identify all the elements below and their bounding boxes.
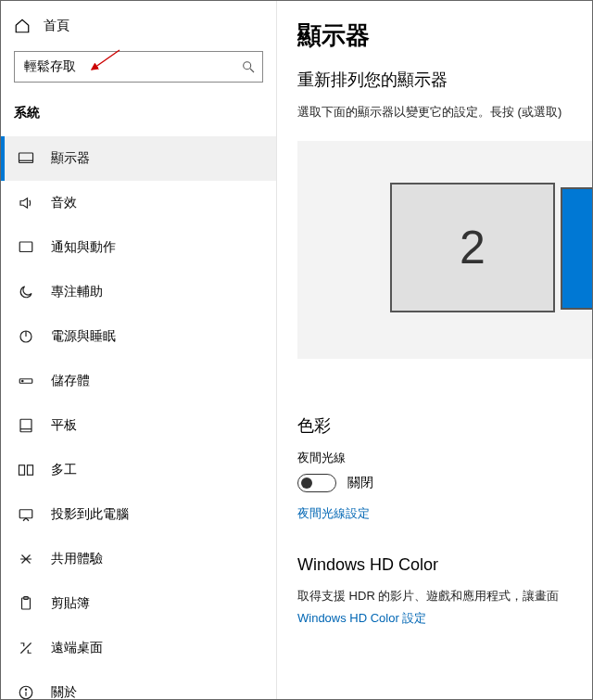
sidebar-item-shared[interactable]: 共用體驗 (1, 537, 276, 581)
storage-icon (18, 373, 34, 389)
hdcolor-settings-link[interactable]: Windows HD Color 設定 (297, 610, 592, 627)
monitor-2-label: 2 (460, 221, 486, 274)
night-light-toggle[interactable] (297, 474, 336, 492)
sidebar-item-storage[interactable]: 儲存體 (1, 359, 276, 403)
search-wrap (14, 51, 263, 83)
sidebar-section-label: 系統 (1, 92, 276, 136)
svg-line-1 (250, 69, 254, 72)
sidebar-item-label: 多工 (51, 462, 77, 478)
sidebar-nav: 顯示器 音效 通知與動作 專注輔助 電源與睡眠 儲存體 平板 多工 (1, 136, 276, 700)
sidebar-item-label: 遠端桌面 (51, 640, 103, 656)
sidebar-item-label: 平板 (51, 417, 77, 434)
monitor-2[interactable]: 2 (390, 183, 555, 312)
svg-point-20 (25, 689, 26, 690)
display-arrange-area[interactable]: 2 (297, 141, 592, 359)
color-heading: 色彩 (297, 414, 592, 437)
sidebar-item-label: 關於 (51, 684, 77, 700)
project-icon (18, 506, 34, 523)
sidebar-item-sound[interactable]: 音效 (1, 181, 276, 225)
main-content: 顯示器 重新排列您的顯示器 選取下面的顯示器以變更它的設定。長按 (或選取) 2… (277, 1, 592, 699)
sidebar-item-label: 共用體驗 (51, 551, 103, 567)
rearrange-heading: 重新排列您的顯示器 (297, 69, 592, 91)
sidebar-item-remote-desktop[interactable]: 遠端桌面 (1, 626, 276, 670)
sidebar-item-tablet[interactable]: 平板 (1, 403, 276, 448)
svg-rect-15 (19, 510, 32, 518)
sidebar-item-clipboard[interactable]: 剪貼簿 (1, 581, 276, 626)
sidebar-item-notifications[interactable]: 通知與動作 (1, 225, 276, 270)
multitasking-icon (18, 462, 34, 478)
svg-point-0 (244, 62, 251, 70)
svg-point-10 (22, 380, 24, 382)
hdcolor-text: 取得支援 HDR 的影片、遊戲和應用程式，讓畫面 (297, 588, 592, 605)
notification-icon (18, 239, 34, 256)
sidebar-item-power-sleep[interactable]: 電源與睡眠 (1, 314, 276, 359)
search-icon (241, 59, 256, 74)
sidebar-item-about[interactable]: 關於 (1, 670, 276, 700)
share-icon (18, 551, 34, 567)
speaker-icon (18, 195, 34, 211)
info-icon (18, 684, 34, 700)
power-icon (18, 328, 34, 345)
sidebar-item-label: 電源與睡眠 (51, 328, 116, 345)
sidebar-item-label: 剪貼簿 (51, 595, 90, 612)
rearrange-text: 選取下面的顯示器以變更它的設定。長按 (或選取) (297, 104, 592, 121)
moon-icon (18, 284, 34, 300)
sidebar-item-label: 儲存體 (51, 373, 90, 389)
remote-icon (18, 640, 34, 656)
sidebar-item-project[interactable]: 投影到此電腦 (1, 492, 276, 537)
night-light-toggle-row: 關閉 (297, 474, 592, 492)
sidebar-item-display[interactable]: 顯示器 (1, 136, 276, 181)
search-input[interactable] (14, 51, 263, 83)
sidebar-item-label: 通知與動作 (51, 239, 116, 256)
page-title: 顯示器 (297, 19, 592, 52)
sidebar-item-label: 投影到此電腦 (51, 506, 129, 523)
sidebar-item-label: 專注輔助 (51, 284, 103, 300)
svg-rect-11 (20, 419, 32, 432)
night-light-settings-link[interactable]: 夜間光線設定 (297, 505, 592, 522)
home-icon (14, 18, 31, 34)
home-row[interactable]: 首頁 (1, 1, 276, 45)
night-light-label: 夜間光線 (297, 450, 592, 466)
settings-sidebar: 首頁 系統 顯示器 音效 通知與動作 專注輔助 電源與睡眠 (1, 1, 277, 699)
hdcolor-heading: Windows HD Color (297, 555, 592, 575)
svg-rect-3 (19, 153, 33, 163)
night-light-status: 關閉 (347, 475, 373, 491)
display-icon (18, 150, 34, 167)
monitor-1[interactable] (561, 187, 592, 310)
sidebar-item-label: 音效 (51, 195, 77, 211)
tablet-icon (18, 417, 34, 434)
home-label: 首頁 (44, 18, 69, 34)
svg-rect-13 (19, 465, 25, 476)
sidebar-item-focus-assist[interactable]: 專注輔助 (1, 270, 276, 314)
svg-rect-14 (28, 465, 33, 476)
sidebar-item-label: 顯示器 (51, 150, 90, 167)
sidebar-item-multitasking[interactable]: 多工 (1, 448, 276, 492)
clipboard-icon (18, 595, 34, 612)
